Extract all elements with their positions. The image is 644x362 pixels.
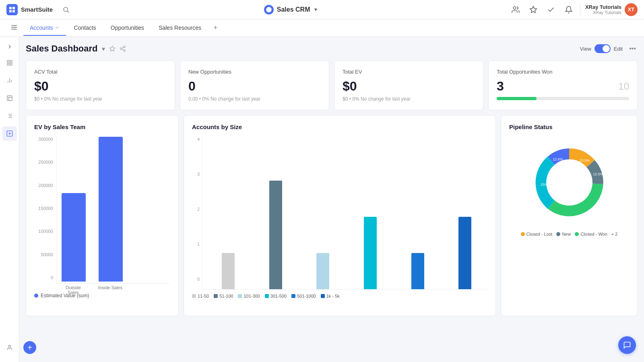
svg-line-34 xyxy=(122,47,124,48)
metric-new-opportunities: New Opportunities 0 0.00 • 0% No change … xyxy=(180,60,329,110)
svg-rect-12 xyxy=(10,60,12,62)
sidebar-icon-user[interactable] xyxy=(2,340,17,355)
accounts-bar-group-4 xyxy=(348,217,393,289)
add-item-button[interactable]: + xyxy=(23,341,36,354)
metric-opps-label: New Opportunities xyxy=(188,69,321,75)
navbar: Accounts Contacts Opportunities Sales Re… xyxy=(0,19,644,37)
legend-label-11-50: 11-50 xyxy=(198,294,209,298)
metric-opps-change: 0.00 • 0% No change for last year xyxy=(188,96,321,102)
ev-bar-inside-rect xyxy=(99,137,123,282)
topbar-center: Sales CRM ▼ xyxy=(79,5,503,14)
legend-dot-51-100 xyxy=(214,294,218,298)
accounts-bar-group-2 xyxy=(253,181,298,289)
nav-accounts[interactable]: Accounts xyxy=(23,21,66,36)
accounts-bar-group-6 xyxy=(442,217,487,289)
legend-51-100: 51-100 xyxy=(214,294,233,298)
ev-bars-area xyxy=(56,137,170,284)
pipeline-legend-more: + 2 xyxy=(611,232,618,237)
edit-label[interactable]: Edit xyxy=(614,46,623,52)
legend-label-1k-5k: 1k - 5k xyxy=(326,294,340,298)
star-icon[interactable] xyxy=(527,3,540,16)
topbar-divider xyxy=(580,4,580,16)
metric-won-label: Total Opportunities Won xyxy=(497,69,629,75)
svg-rect-1 xyxy=(12,7,15,9)
svg-rect-0 xyxy=(9,7,12,9)
svg-point-28 xyxy=(8,345,10,347)
content-area: Sales Dashboard ▾ View Edit ••• xyxy=(19,37,644,362)
legend-label-closed-lost: Closed - Lost xyxy=(526,232,553,237)
accounts-y-2: 2 xyxy=(192,207,200,212)
sidebar-icon-bar-chart[interactable] xyxy=(2,73,17,88)
nav-sales-resources-label: Sales Resources xyxy=(159,25,201,31)
bar-51-100 xyxy=(269,181,282,289)
more-options-button[interactable]: ••• xyxy=(627,43,638,54)
accounts-y-axis: 4 3 2 1 0 xyxy=(192,137,202,290)
ev-y-150k: 150000 xyxy=(34,206,53,211)
donut-label-3: 37.5% xyxy=(575,196,586,200)
accounts-by-size-chart: Accounts by Size 4 3 2 1 0 xyxy=(184,115,496,316)
navbar-add-button[interactable]: + xyxy=(209,21,222,35)
svg-rect-11 xyxy=(7,60,9,62)
legend-label-new: New xyxy=(562,232,571,237)
donut-svg: 13.5% 12.5% 37.5% 25% 12.6% xyxy=(525,138,613,227)
donut-chart-container: 13.5% 12.5% 37.5% 25% 12.6% xyxy=(509,138,629,227)
pipeline-status-chart: Pipeline Status xyxy=(501,115,638,316)
user-avatar[interactable]: XT xyxy=(625,3,638,16)
accounts-y-3: 3 xyxy=(192,172,200,177)
team-icon[interactable] xyxy=(509,3,522,16)
svg-rect-2 xyxy=(9,10,12,12)
app-logo[interactable]: SmartSuite xyxy=(6,4,53,15)
legend-dot-501-1000 xyxy=(291,294,295,298)
sidebar-icon-grid[interactable] xyxy=(2,56,17,70)
crm-name-label[interactable]: Sales CRM xyxy=(277,6,310,13)
accounts-y-4: 4 xyxy=(192,137,200,142)
sidebar-toggle[interactable] xyxy=(3,40,16,53)
ev-chart-title: EV by Sales Team xyxy=(34,123,170,130)
nav-opportunities[interactable]: Opportunities xyxy=(104,21,151,36)
legend-101-300: 101-300 xyxy=(238,294,260,298)
page-star-icon[interactable] xyxy=(109,45,116,52)
nav-sales-resources[interactable]: Sales Resources xyxy=(152,21,208,36)
page-title-dropdown[interactable]: ▾ xyxy=(102,45,105,53)
nav-contacts[interactable]: Contacts xyxy=(68,21,103,36)
page-header: Sales Dashboard ▾ View Edit ••• xyxy=(26,43,638,54)
navbar-menu-button[interactable] xyxy=(6,21,22,35)
legend-dot-closed-lost xyxy=(521,232,525,236)
metric-won-values: 3 10 xyxy=(497,79,629,94)
chat-button[interactable] xyxy=(618,336,636,354)
accounts-bar-group-1 xyxy=(206,253,251,289)
ev-legend-dot xyxy=(34,294,38,298)
user-name: XRay Tutorials xyxy=(585,4,621,10)
metric-opportunities-won: Total Opportunities Won 3 10 xyxy=(488,60,638,110)
legend-11-50: 11-50 xyxy=(192,294,209,298)
main-layout: Sales Dashboard ▾ View Edit ••• xyxy=(0,37,644,362)
ev-legend-label: Estimated Value (sum) xyxy=(41,293,89,298)
legend-dot-closed-won xyxy=(575,232,579,236)
metric-opps-value: 0 xyxy=(188,79,321,94)
check-icon[interactable] xyxy=(545,3,557,16)
sidebar-icon-list[interactable] xyxy=(2,109,17,123)
page-title-row: Sales Dashboard ▾ xyxy=(26,43,126,54)
bar-101-300 xyxy=(316,253,329,289)
sidebar-icon-dashboard[interactable] xyxy=(2,126,17,141)
metric-won-total: 10 xyxy=(618,81,629,92)
page-title: Sales Dashboard xyxy=(26,43,98,54)
metrics-row: ACV Total $0 $0 • 0% No change for last … xyxy=(26,60,638,110)
search-button[interactable] xyxy=(59,4,73,15)
charts-row: EV by Sales Team 300000 250000 200000 15… xyxy=(26,115,638,316)
user-profile[interactable]: XRay Tutorials XRay Tutorials XT xyxy=(585,3,638,16)
accounts-bars-area xyxy=(202,137,487,290)
crm-icon xyxy=(264,5,274,14)
svg-rect-13 xyxy=(7,63,9,65)
svg-marker-7 xyxy=(530,6,537,12)
legend-501-1000: 501-1000 xyxy=(291,294,316,298)
view-toggle-switch[interactable] xyxy=(594,44,611,53)
svg-point-4 xyxy=(64,7,68,12)
crm-dropdown-arrow[interactable]: ▼ xyxy=(313,7,318,12)
bell-icon[interactable] xyxy=(562,3,575,16)
topbar-right: XRay Tutorials XRay Tutorials XT xyxy=(509,3,638,16)
pipeline-legend-new: New xyxy=(556,232,571,237)
page-share-icon[interactable] xyxy=(120,45,126,52)
nav-contacts-label: Contacts xyxy=(74,25,96,31)
sidebar-icon-layout[interactable] xyxy=(2,91,17,105)
